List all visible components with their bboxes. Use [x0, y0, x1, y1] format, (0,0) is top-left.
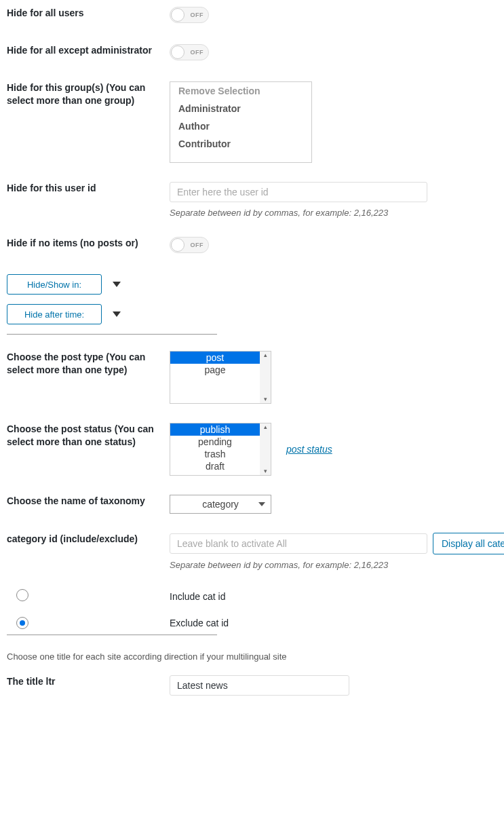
label-post-status: Choose the post status (You can select m… [7, 423, 170, 449]
radio-exclude-cat[interactable] [16, 617, 28, 629]
separator [7, 334, 217, 335]
group-option-administrator[interactable]: Administrator [170, 100, 311, 117]
label-post-type: Choose the post type (You can select mor… [7, 351, 170, 377]
label-hide-user-id: Hide for this user id [7, 182, 170, 195]
post-status-option-trash[interactable]: trash [170, 448, 260, 460]
label-hide-except-admin: Hide for all except administrator [7, 44, 170, 57]
display-all-categories-button[interactable]: Display all cate [433, 533, 504, 554]
chevron-down-icon [258, 502, 265, 506]
toggle-knob [171, 45, 185, 59]
chevron-down-icon[interactable] [113, 311, 121, 317]
scrollbar[interactable]: ▴ ▾ [260, 352, 271, 403]
dropdown-taxonomy[interactable]: category [170, 495, 271, 514]
post-status-option-pending[interactable]: pending [170, 436, 260, 448]
help-category-id: Separate between id by commas, for examp… [170, 560, 504, 570]
label-category-id: category id (include/exclude) [7, 533, 170, 546]
toggle-state: OFF [191, 242, 204, 248]
radio-include-cat[interactable] [16, 589, 28, 601]
toggle-hide-except-admin[interactable]: OFF [170, 44, 209, 60]
toggle-hide-no-items[interactable]: OFF [170, 237, 209, 253]
scroll-up-icon[interactable]: ▴ [264, 423, 267, 431]
label-title-ltr: The title ltr [7, 675, 170, 688]
radio-label-include: Include cat id [170, 591, 226, 602]
scroll-down-icon[interactable]: ▾ [264, 468, 267, 475]
toggle-knob [171, 8, 185, 22]
label-hide-no-items: Hide if no items (no posts or) [7, 237, 170, 250]
listbox-post-status[interactable]: publish pending trash draft ▴ ▾ [170, 423, 271, 476]
multilingual-note: Choose one title for each site according… [7, 651, 497, 662]
scrollbar[interactable]: ▴ ▾ [260, 423, 271, 475]
label-hide-groups: Hide for this group(s) (You can select m… [7, 81, 170, 107]
group-option-author[interactable]: Author [170, 117, 311, 135]
chevron-down-icon[interactable] [113, 282, 121, 287]
separator [7, 635, 217, 635]
post-type-option-page[interactable]: page [170, 364, 260, 376]
post-status-option-draft[interactable]: draft [170, 460, 260, 472]
multiselect-groups[interactable]: Remove Selection Administrator Author Co… [170, 81, 312, 163]
listbox-post-type[interactable]: post page ▴ ▾ [170, 351, 271, 404]
toggle-state: OFF [191, 49, 204, 56]
input-user-id[interactable] [170, 182, 427, 202]
toggle-hide-all-users[interactable]: OFF [170, 7, 209, 23]
label-hide-all-users: Hide for all users [7, 7, 170, 20]
group-option-remove[interactable]: Remove Selection [170, 82, 311, 100]
accordion-hide-show[interactable]: Hide/Show in: [7, 274, 102, 295]
help-user-id: Separate between id by commas, for examp… [170, 208, 497, 218]
input-title-ltr[interactable] [170, 675, 349, 696]
label-taxonomy: Choose the name of taxonomy [7, 495, 170, 508]
link-post-status[interactable]: post status [286, 444, 332, 455]
post-status-option-publish[interactable]: publish [170, 423, 260, 436]
radio-label-exclude: Exclude cat id [170, 618, 229, 628]
post-type-option-post[interactable]: post [170, 352, 260, 364]
dropdown-value: category [202, 499, 239, 510]
input-category-id[interactable] [170, 533, 427, 554]
toggle-state: OFF [191, 12, 204, 18]
scroll-up-icon[interactable]: ▴ [264, 352, 267, 359]
group-option-contributor[interactable]: Contributor [170, 135, 311, 153]
accordion-hide-after[interactable]: Hide after time: [7, 304, 102, 324]
toggle-knob [171, 238, 185, 252]
scroll-down-icon[interactable]: ▾ [264, 396, 267, 403]
